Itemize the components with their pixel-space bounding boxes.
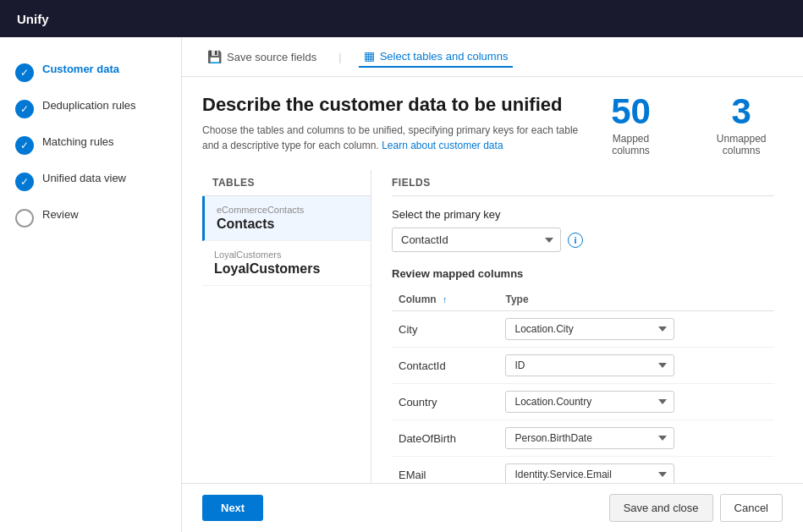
- unmapped-count: 3: [700, 94, 783, 129]
- col-type-cell: Location.CityLocation.CountryPerson.Birt…: [498, 457, 774, 484]
- app-title: Unify: [17, 12, 49, 26]
- col-name-cell: City: [392, 311, 498, 348]
- mapped-stat: 50 Mapped columns: [596, 94, 667, 156]
- table-row: CountryLocation.CityLocation.CountryPers…: [392, 384, 774, 420]
- save-source-btn[interactable]: 💾 Save source fields: [202, 47, 322, 67]
- col-name-cell: EMail: [392, 457, 498, 484]
- app-topbar: Unify: [0, 0, 803, 37]
- columns-table: Column ↑ Type CityLocation.CityLocation.…: [392, 288, 774, 483]
- unmapped-label: Unmapped columns: [700, 133, 783, 156]
- step-circle-1: ✓: [15, 63, 34, 82]
- col-header-column: Column ↑: [392, 288, 498, 311]
- content-area: 💾 Save source fields | ▦ Select tables a…: [182, 37, 803, 532]
- save-source-icon: 💾: [207, 50, 222, 63]
- sidebar-item-label-3: Matching rules: [42, 135, 114, 148]
- table-name-2: LoyalCustomers: [214, 261, 359, 277]
- col-type-cell: Location.CityLocation.CountryPerson.Birt…: [498, 311, 774, 348]
- primary-key-section: Select the primary key ContactId Email N…: [392, 208, 774, 252]
- primary-key-row: ContactId Email Name i: [392, 228, 774, 252]
- col-name-cell: Country: [392, 384, 498, 420]
- sidebar-item-review[interactable]: Review: [0, 200, 181, 236]
- col-type-select[interactable]: Location.CityLocation.CountryPerson.Birt…: [505, 318, 674, 340]
- mapped-count: 50: [596, 94, 667, 129]
- sidebar-item-label-2: Deduplication rules: [42, 99, 136, 112]
- unmapped-stat: 3 Unmapped columns: [700, 94, 783, 156]
- footer: Next Save and close Cancel: [182, 483, 803, 532]
- col-header-type: Type: [498, 288, 774, 311]
- col-type-select[interactable]: Location.CityLocation.CountryPerson.Birt…: [505, 391, 674, 413]
- table-subtitle-1: eCommerceContacts: [217, 205, 359, 215]
- cancel-button[interactable]: Cancel: [720, 494, 783, 522]
- step-circle-3: ✓: [15, 136, 34, 155]
- tables-column: Tables eCommerceContacts Contacts LoyalC…: [202, 170, 371, 483]
- sidebar-item-customer-data[interactable]: ✓ Customer data: [0, 54, 181, 90]
- primary-key-label: Select the primary key: [392, 208, 774, 221]
- next-button[interactable]: Next: [202, 495, 263, 521]
- fields-header: Fields: [392, 170, 774, 196]
- table-item-loyal[interactable]: LoyalCustomers LoyalCustomers: [202, 241, 371, 286]
- fields-column: Fields Select the primary key ContactId …: [371, 170, 783, 483]
- info-icon[interactable]: i: [568, 233, 583, 248]
- select-tables-btn[interactable]: ▦ Select tables and columns: [359, 46, 514, 68]
- col-type-cell: Location.CityLocation.CountryPerson.Birt…: [498, 348, 774, 384]
- page-header: Describe the customer data to be unified…: [202, 94, 783, 156]
- footer-right: Save and close Cancel: [609, 494, 783, 522]
- select-tables-label: Select tables and columns: [380, 50, 509, 63]
- page-content: Describe the customer data to be unified…: [182, 77, 803, 483]
- col-type-select[interactable]: Location.CityLocation.CountryPerson.Birt…: [505, 427, 674, 449]
- primary-key-select[interactable]: ContactId Email Name: [392, 228, 561, 252]
- table-item-contacts[interactable]: eCommerceContacts Contacts: [202, 196, 371, 241]
- sidebar-item-unified[interactable]: ✓ Unified data view: [0, 163, 181, 200]
- col-name-cell: ContactId: [392, 348, 498, 384]
- step-circle-2: ✓: [15, 100, 34, 118]
- page-title-section: Describe the customer data to be unified…: [202, 94, 596, 153]
- step-circle-4: ✓: [15, 173, 34, 191]
- table-icon: ▦: [364, 49, 375, 63]
- sidebar-item-label-1: Customer data: [42, 63, 119, 75]
- col-type-cell: Location.CityLocation.CountryPerson.Birt…: [498, 420, 774, 457]
- save-source-label: Save source fields: [227, 51, 316, 63]
- page-title: Describe the customer data to be unified: [202, 94, 596, 116]
- table-name-1: Contacts: [217, 217, 359, 232]
- col-type-select[interactable]: Location.CityLocation.CountryPerson.Birt…: [505, 463, 674, 483]
- toolbar-separator: |: [338, 51, 341, 63]
- table-row: DateOfBirthLocation.CityLocation.Country…: [392, 420, 774, 457]
- sidebar-item-dedup[interactable]: ✓ Deduplication rules: [0, 90, 181, 127]
- table-row: CityLocation.CityLocation.CountryPerson.…: [392, 311, 774, 348]
- mapped-label: Mapped columns: [596, 133, 667, 156]
- sidebar-item-label-4: Unified data view: [42, 172, 126, 184]
- step-circle-5: [15, 209, 34, 228]
- toolbar: 💾 Save source fields | ▦ Select tables a…: [182, 37, 803, 77]
- col-type-select[interactable]: Location.CityLocation.CountryPerson.Birt…: [505, 354, 674, 376]
- tables-fields: Tables eCommerceContacts Contacts LoyalC…: [202, 170, 783, 483]
- sort-icon[interactable]: ↑: [443, 294, 448, 304]
- sidebar-item-matching[interactable]: ✓ Matching rules: [0, 127, 181, 163]
- table-subtitle-2: LoyalCustomers: [214, 250, 359, 260]
- page-description: Choose the tables and columns to be unif…: [202, 123, 596, 153]
- col-name-cell: DateOfBirth: [392, 420, 498, 457]
- review-mapped-label: Review mapped columns: [392, 267, 774, 280]
- sidebar: ✓ Customer data ✓ Deduplication rules ✓ …: [0, 37, 182, 532]
- sidebar-item-label-5: Review: [42, 208, 79, 221]
- tables-header: Tables: [202, 170, 371, 196]
- stats-section: 50 Mapped columns 3 Unmapped columns: [596, 94, 783, 156]
- col-type-cell: Location.CityLocation.CountryPerson.Birt…: [498, 384, 774, 420]
- table-row: EMailLocation.CityLocation.CountryPerson…: [392, 457, 774, 484]
- learn-link[interactable]: Learn about customer data: [382, 140, 503, 151]
- table-row: ContactIdLocation.CityLocation.CountryPe…: [392, 348, 774, 384]
- save-close-button[interactable]: Save and close: [609, 494, 713, 522]
